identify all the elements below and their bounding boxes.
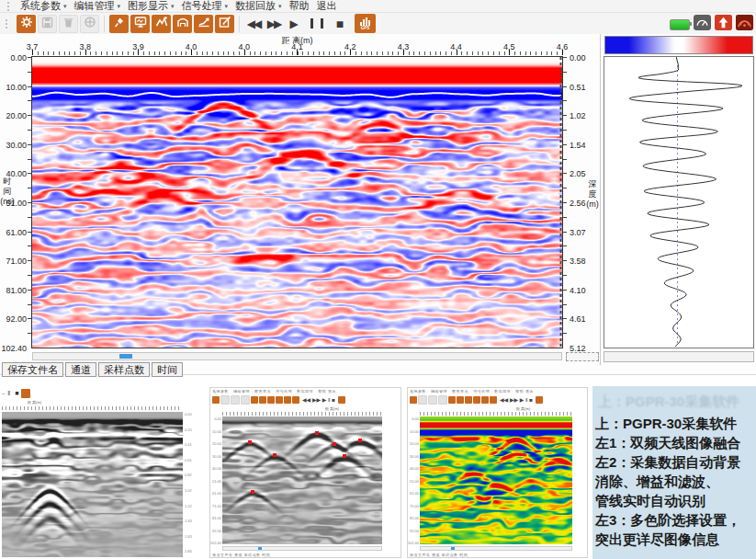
fast-forward-button[interactable]: ▶▶ <box>265 15 283 33</box>
menu-item-系统参数[interactable]: 系统参数▾ <box>17 0 71 13</box>
status-tab-时间[interactable]: 时间 <box>152 362 183 377</box>
depth-axis-title-char: 深 <box>585 179 600 189</box>
time-tick-label: 102.40 <box>1 344 27 353</box>
dropdown-arrow-icon: ▾ <box>171 3 175 10</box>
mini-ruler-title: 距 离(m) <box>325 406 339 411</box>
status-bar: 保存文件名通道采样点数时间 <box>2 362 183 377</box>
trash-icon <box>62 16 74 32</box>
pin-marker-button[interactable] <box>109 15 129 33</box>
status-tab-采样点数[interactable]: 采样点数 <box>98 362 150 377</box>
mini-time-tick-label: 92.00 <box>410 529 419 533</box>
mini-tool-icon <box>241 395 250 405</box>
filter-slope-button[interactable] <box>194 15 213 33</box>
time-tick-label: 61.00 <box>6 228 27 237</box>
depth-tick-label: 1.54 <box>570 141 586 150</box>
menu-item-label: 编辑管理 <box>74 0 115 13</box>
menu-item-数据回放[interactable]: 数据回放▾ <box>231 0 286 13</box>
mini-tool-icon <box>276 396 283 404</box>
mini-tool-icon <box>292 396 299 404</box>
mini-scrollbar-thumb <box>258 547 262 550</box>
mini-tool-icon <box>418 395 427 405</box>
window-settings-button[interactable] <box>173 15 192 33</box>
mini-tool-icon <box>259 396 266 404</box>
grayscale-radargram-canvas <box>2 412 183 557</box>
mini-status-bar: 保存文件名 通道 采样点数 时间 <box>212 553 270 557</box>
mini-time-tick-label: 102.40 <box>408 541 419 545</box>
menu-item-帮助[interactable]: 帮助 <box>286 0 313 13</box>
rewind-button[interactable]: ◀◀ <box>244 15 263 33</box>
speedometer-button[interactable] <box>694 15 711 34</box>
toolbar-separator <box>239 16 240 32</box>
screenshot-multicolor-palette: 系统参数 · 编辑管理 · 图形显示 · 信号处理 · 数据回放 · 帮助 退出… <box>407 387 588 558</box>
mini-time-labels: 0.0010.0020.0030.0040.0051.0061.0071.008… <box>409 416 419 544</box>
mini-time-tick-label: 40.00 <box>410 466 419 471</box>
mini-time-tick-label: 10.00 <box>212 429 221 434</box>
mini-ruler <box>2 406 182 410</box>
mini-menu-bar: 系统参数 · 编辑管理 · 图形显示 · 信号处理 · 数据回放 · 帮助 退出 <box>212 389 336 394</box>
depth-tick-label: 3.58 <box>570 257 586 266</box>
mini-tool-icon <box>490 396 497 404</box>
mini-tool-icon <box>457 396 464 404</box>
mini-time-tick-label: 92.00 <box>212 529 221 533</box>
status-icons <box>670 15 753 34</box>
caption-line: 消除、增益和滤波、 <box>595 472 754 491</box>
caption-text: 上：PGPR-30采集软件左1：双频天线图像融合左2：采集数据自动背景消除、增益… <box>595 414 754 549</box>
caption-line: 左1：双频天线图像融合 <box>595 433 754 452</box>
radar-antenna-button[interactable] <box>736 15 753 34</box>
display-settings-button[interactable] <box>130 15 150 33</box>
edit-mark-button[interactable] <box>215 15 234 33</box>
mini-time-tick-label: 71.00 <box>212 504 221 508</box>
horizontal-scrollbar[interactable] <box>32 352 562 360</box>
menu-item-label: 帮助 <box>289 0 310 13</box>
radargram-plot-frame <box>31 56 563 348</box>
depth-tick-label: 2.05 <box>570 169 586 178</box>
mini-time-labels: 0.0010.0020.0030.0040.0051.0061.0071.008… <box>211 416 221 544</box>
mini-depth-tick-label: 1.02 <box>185 488 192 493</box>
pushpin-icon <box>113 16 125 32</box>
mini-depth-tick-label: 1.43 <box>185 519 192 523</box>
time-tick-label: 81.00 <box>6 286 27 295</box>
battery-indicator <box>670 19 690 30</box>
connect-button[interactable] <box>80 15 99 33</box>
mini-depth-tick-label: 1.63 <box>185 534 192 539</box>
waveform-trace-canvas <box>604 57 753 348</box>
mini-time-tick-label: 0.00 <box>214 416 221 421</box>
delete-button[interactable] <box>59 15 78 33</box>
settings-gear-button[interactable] <box>17 15 36 33</box>
mini-time-tick-label: 51.00 <box>410 479 419 484</box>
stop-button[interactable]: ■ <box>331 15 349 33</box>
menu-item-label: 信号处理 <box>182 0 222 13</box>
main-window-body: 距 离(m) 3.73.83.94.04.04.14.24.34.44.54.6… <box>0 34 756 375</box>
mini-time-tick-label: 71.00 <box>410 504 419 508</box>
menu-item-编辑管理[interactable]: 编辑管理▾ <box>71 0 125 13</box>
time-tick-label: 92.00 <box>6 314 27 324</box>
gain-settings-button[interactable] <box>152 15 171 33</box>
mini-tool-icon <box>267 396 275 404</box>
time-tick-label: 30.00 <box>6 141 27 150</box>
screenshot-auto-identify: 系统参数 · 编辑管理 · 图形显示 · 信号处理 · 数据回放 · 帮助 退出… <box>209 387 401 558</box>
pause-button[interactable] <box>310 18 323 29</box>
mini-playback-icons: ◀◀ ▶▶ ▶ ‖ ■ <box>500 396 533 403</box>
status-tab-通道[interactable]: 通道 <box>65 362 96 377</box>
status-tab-保存文件名[interactable]: 保存文件名 <box>2 362 63 377</box>
edit-brush-icon <box>219 16 231 32</box>
upload-button[interactable] <box>715 15 732 34</box>
menu-item-图形显示[interactable]: 图形显示▾ <box>124 0 178 13</box>
menu-item-信号处理[interactable]: 信号处理▾ <box>178 0 232 13</box>
mini-gps-icon <box>536 396 543 404</box>
mini-depth-labels: 0.000.200.410.610.821.021.221.431.631.84 <box>185 412 200 557</box>
mini-tool-icon <box>231 395 240 405</box>
dropdown-arrow-icon: ▾ <box>225 3 229 10</box>
gps-label: GPS <box>361 26 370 30</box>
depth-axis-title-char: 度 <box>585 189 600 200</box>
play-button[interactable]: ▶ <box>285 15 303 33</box>
mini-depth-tick-label: 0.41 <box>185 442 192 447</box>
mini-tool-icon <box>428 395 437 405</box>
main-radargram-canvas[interactable] <box>32 57 562 348</box>
mini-time-tick-label: 102.40 <box>210 541 221 545</box>
menu-item-退出[interactable]: 退出 <box>313 0 341 13</box>
scrollbar-thumb[interactable] <box>119 354 132 359</box>
marked-radargram-canvas <box>222 416 382 544</box>
save-button[interactable] <box>38 15 57 33</box>
gps-button[interactable]: GPS <box>355 14 376 33</box>
